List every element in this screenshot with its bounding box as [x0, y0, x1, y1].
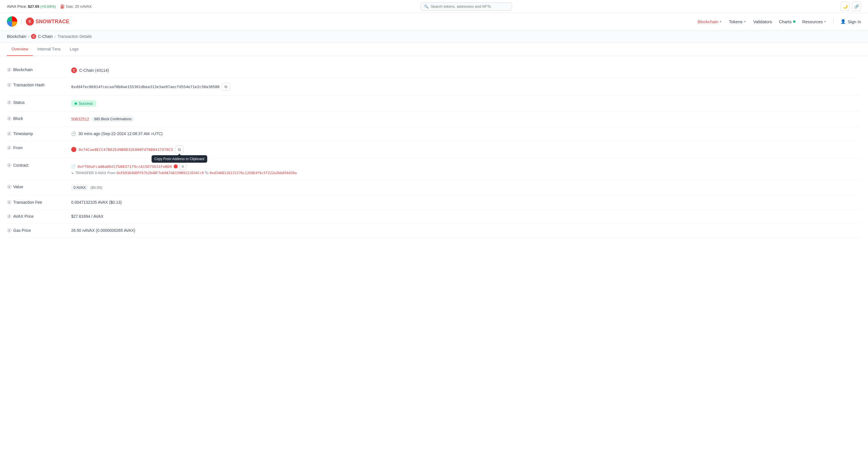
logo-circle [7, 17, 17, 27]
row-value: i Value 0 AVAX ($0.00) [7, 180, 861, 195]
success-dot [74, 102, 77, 105]
status-badge: Success [71, 100, 96, 107]
breadcrumb-blockchain[interactable]: Blockchain [7, 34, 26, 39]
row-timestamp: i Timestamp 🕐 30 mins ago (Sep-22-2024 1… [7, 127, 861, 141]
chevron-down-icon: ▼ [719, 20, 722, 23]
transaction-details: i Blockchain C C-Chain (43114) i Transac… [0, 56, 868, 245]
breadcrumb-cchain[interactable]: C-Chain [38, 34, 53, 39]
from-address[interactable]: 0x74Cae0ECC47B02Ed9B9D32E000Fd70B9417970… [79, 148, 173, 152]
row-status: i Status Success [7, 96, 861, 112]
tab-logs[interactable]: Logs [65, 43, 83, 56]
row-from: i From 0x74Cae0ECC47B02Ed9B9D32E000Fd70B… [7, 141, 861, 158]
clock-icon: 🕐 [71, 131, 76, 136]
value-avax: 0 AVAX [71, 185, 88, 191]
info-icon: i [7, 200, 11, 204]
transfer-row: ↳ TRANSFER 0 AVAX From 0xF691D46DFF67b29… [71, 171, 297, 175]
nav-charts[interactable]: Charts [779, 19, 795, 24]
nav-tokens[interactable]: Tokens ▼ [729, 19, 746, 24]
charts-status-dot [793, 20, 795, 23]
avax-dot-icon [71, 147, 76, 152]
logo [7, 17, 17, 27]
nav-resources[interactable]: Resources ▼ [802, 19, 827, 24]
search-area[interactable]: 🔍 [420, 2, 512, 11]
search-input[interactable] [431, 4, 508, 9]
info-icon: i [7, 214, 11, 219]
info-icon: i [7, 146, 11, 150]
brand-icon: S [26, 18, 34, 26]
row-contract: i Contract 📄 0xFf06aFcaABaDDd1fb08371f9c… [7, 158, 861, 180]
navbar: / S SNOWTRACE Blockchain ▼ Tokens ▼ Vali… [0, 13, 868, 30]
row-blockchain: i Blockchain C C-Chain (43114) [7, 63, 861, 78]
transfer-to-address[interactable]: 0xd346B126131576c1269E4f6c5f222a2bb858d3… [210, 171, 297, 175]
transfer-from-address[interactable]: 0xF691D46DFF67b294BF7eb9A7dA339B9221034C… [117, 171, 204, 175]
tab-internal-txns[interactable]: Internal Txns [33, 43, 65, 56]
sign-in-button[interactable]: 👤 Sign In [840, 19, 861, 24]
search-icon: 🔍 [424, 4, 429, 9]
chain-badge: C [71, 67, 77, 73]
copy-tx-hash-button[interactable]: ⧉ [222, 83, 230, 91]
copy-from-address-button[interactable]: ⧉ [175, 146, 183, 154]
info-icon: i [7, 67, 11, 72]
info-icon: i [7, 228, 11, 233]
row-tx-hash: i Transaction Hash 0xdd4fec0b914fcecaaf8… [7, 78, 861, 96]
nav-separator [833, 19, 834, 24]
info-icon: i [7, 131, 11, 136]
dark-mode-button[interactable]: 🌙 [840, 2, 849, 11]
gas-info: ⛽ Gas: 25 nAVAX [60, 4, 92, 9]
breadcrumb: Blockchain › C C-Chain › Transaction Det… [0, 30, 868, 43]
avax-small-dot [174, 164, 178, 168]
tabs-bar: Overview Internal Txns Logs [0, 43, 868, 56]
chevron-down-icon: ▼ [824, 20, 826, 23]
cchain-badge: C [31, 34, 36, 39]
user-icon: 👤 [840, 19, 846, 24]
info-icon: i [7, 116, 11, 121]
confirmations-badge: 885 Block Confirmations [91, 116, 134, 122]
avax-price-label: AVAX Price: $27.65 (+0.04%) [7, 4, 56, 9]
contract-address-text[interactable]: 0xFf06aFcaABaDDd1fb08371f9ccA15D7SD31FeB… [78, 164, 172, 169]
info-icon: i [7, 83, 11, 87]
info-icon: i [7, 185, 11, 189]
info-icon: i [7, 163, 11, 167]
value-usd: ($0.00) [90, 185, 102, 190]
topbar: AVAX Price: $27.65 (+0.04%) ⛽ Gas: 25 nA… [0, 0, 868, 13]
row-avax-price: i AVAX Price $27.61694 / AVAX [7, 210, 861, 223]
row-gas-price: i Gas Price 26.50 nAVAX (0.0000000265 AV… [7, 223, 861, 238]
contract-file-icon: 📄 [71, 164, 76, 169]
nav-blockchain[interactable]: Blockchain ▼ [698, 19, 722, 24]
row-block: i Block 50832512 885 Block Confirmations [7, 112, 861, 127]
block-number[interactable]: 50832512 [71, 117, 89, 121]
copy-contract-button[interactable]: ⧉ [179, 163, 186, 170]
link-icon-button[interactable]: 🔗 [852, 2, 861, 11]
brand-logo[interactable]: S SNOWTRACE [26, 18, 69, 26]
chevron-down-icon: ▼ [743, 20, 746, 23]
nav-validators[interactable]: Validators [753, 19, 772, 24]
tab-overview[interactable]: Overview [7, 43, 33, 56]
info-icon: i [7, 100, 11, 105]
row-tx-fee: i Transaction Fee 0.0047132105 AVAX ($0.… [7, 195, 861, 210]
